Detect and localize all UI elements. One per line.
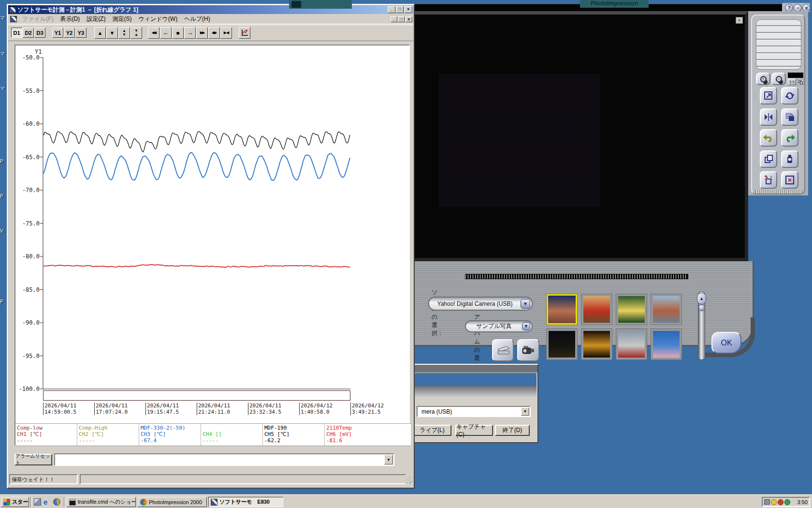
- chart-panel: Y1 -50.0 -55.0 -60.0 -65.0 -70.0 -75.0 -…: [14, 45, 410, 446]
- toolbar-y2-button[interactable]: Y2: [64, 28, 75, 38]
- camera-source-button[interactable]: [517, 339, 539, 361]
- shutter-graphic: [756, 19, 801, 70]
- child-close-button[interactable]: ×: [406, 16, 412, 22]
- y-tick-label: -60.0: [17, 120, 40, 127]
- title-bar[interactable]: ソフトサーモ計測－計測1 － [折れ線グラフ 1] _ □ ×: [8, 5, 413, 14]
- thumbnail-harbor[interactable]: [651, 294, 682, 325]
- tray-status-green-icon[interactable]: [784, 499, 790, 505]
- chevron-down-icon[interactable]: ▼: [384, 455, 393, 464]
- scrollbar-thumb[interactable]: [698, 304, 705, 311]
- taskbar-divider: [30, 497, 32, 507]
- exit-button[interactable]: 終了(D): [495, 425, 530, 436]
- quicklaunch-ie-icon[interactable]: e: [44, 498, 51, 506]
- toolbar-d1-button[interactable]: D1: [11, 28, 22, 38]
- save-button[interactable]: [781, 150, 798, 168]
- actual-size-button[interactable]: 1:1: [788, 79, 796, 85]
- chevron-down-icon[interactable]: ▼: [522, 322, 530, 330]
- y-tick-label: -90.0: [17, 319, 40, 326]
- resize-grip[interactable]: [406, 476, 412, 484]
- cascade-icon[interactable]: [797, 79, 804, 85]
- scroll-down-button[interactable]: ▼: [106, 27, 118, 39]
- minimize-button[interactable]: _: [388, 6, 395, 13]
- preview-close-button[interactable]: ×: [736, 17, 743, 24]
- thumbnail-gold-abstract[interactable]: [581, 329, 612, 360]
- toolbar-d3-button[interactable]: D3: [34, 28, 45, 38]
- redo-button[interactable]: [781, 129, 798, 147]
- delete-button[interactable]: [760, 171, 777, 189]
- zoom-in-button[interactable]: +: [756, 73, 770, 85]
- undo-button[interactable]: [760, 129, 777, 147]
- zoom-out-button[interactable]: −: [771, 73, 786, 85]
- thumbnail-night-city[interactable]: [546, 329, 578, 360]
- crop-rotate-button[interactable]: [781, 108, 798, 126]
- album-select-combo[interactable]: サンプル写真 ▼: [465, 320, 533, 332]
- scroll-up-button[interactable]: ▲: [94, 27, 106, 39]
- source-select-combo[interactable]: Yahoo! Digital Camera (USB) ▼: [428, 297, 533, 311]
- fast-rewind-button[interactable]: ◀◀: [148, 27, 160, 39]
- compress-vertical-button[interactable]: ▼▲: [130, 27, 142, 39]
- save-icon: [784, 154, 795, 164]
- menu-settings[interactable]: 設定(Z): [83, 14, 109, 24]
- task-photoimpression[interactable]: PhotoImpression 2000: [138, 497, 207, 507]
- camera-select-combo[interactable]: mera (USB) ▼: [417, 406, 531, 417]
- resize-button[interactable]: [760, 87, 777, 105]
- thumbnail-sky[interactable]: [651, 329, 682, 360]
- task-transfile[interactable]: transfile.cmd へのショート...: [67, 497, 136, 507]
- thumbnail-ship[interactable]: [616, 329, 647, 360]
- capture-button[interactable]: キャプチャ(C): [455, 425, 493, 436]
- scrollbar-up-button[interactable]: ▲: [697, 293, 706, 304]
- fast-forward-button[interactable]: ▶▶: [196, 27, 208, 39]
- menu-view[interactable]: 表示(D): [57, 14, 83, 24]
- expand-vertical-button[interactable]: ▲▼: [118, 27, 130, 39]
- thumbnail-bird[interactable]: [581, 294, 612, 325]
- arrow-left-icon: ←: [163, 29, 169, 36]
- time-range-box[interactable]: [43, 390, 350, 401]
- compress-horizontal-button[interactable]: ▶◀: [220, 27, 232, 39]
- thumbnail-desert[interactable]: [546, 294, 578, 325]
- toolbar-y1-button[interactable]: Y1: [52, 28, 63, 38]
- chevron-down-icon[interactable]: ▼: [521, 299, 530, 309]
- tray-clock[interactable]: 3:50: [791, 499, 808, 505]
- windows-logo-icon: [3, 499, 10, 506]
- menu-help[interactable]: ヘルプ(H): [181, 14, 214, 24]
- source-select-label: ソースの選択：: [432, 288, 443, 338]
- toolbar-y3-button[interactable]: Y3: [75, 28, 87, 38]
- start-button[interactable]: スタート: [1, 497, 29, 507]
- close-image-button[interactable]: [781, 171, 798, 189]
- scanner-source-button[interactable]: [492, 339, 514, 361]
- menu-measure[interactable]: 測定(S): [109, 14, 135, 24]
- close-button[interactable]: ×: [405, 6, 412, 13]
- ok-button[interactable]: OK: [711, 332, 741, 354]
- tray-status-red-icon[interactable]: [778, 499, 783, 505]
- chevron-down-icon[interactable]: ▼: [521, 407, 529, 416]
- legend-ch5: MDF-190CH5 [℃]-62.2: [263, 424, 325, 446]
- flip-horizontal-button[interactable]: [760, 108, 777, 126]
- alarm-log-combo[interactable]: ▼: [54, 453, 394, 466]
- menu-window[interactable]: ウィンドウ(W): [135, 14, 181, 24]
- tray-ime-icon[interactable]: [771, 499, 777, 505]
- maximize-button[interactable]: □: [396, 6, 404, 13]
- pi-logo-fragment-right: PhotoImpression: [580, 0, 649, 8]
- graph-axes-icon: [241, 29, 248, 37]
- quicklaunch-desktop-icon[interactable]: [34, 498, 41, 506]
- menu-file[interactable]: ファイル(F): [19, 14, 57, 24]
- alarm-reset-button[interactable]: アラームリセット: [14, 454, 52, 465]
- child-minimize-button[interactable]: _: [391, 16, 397, 22]
- tray-display-icon[interactable]: [764, 499, 770, 505]
- video-camera-icon: [521, 344, 536, 357]
- task-softthermo[interactable]: ソフトサーモ E830: [208, 497, 283, 507]
- step-forward-button[interactable]: →: [184, 27, 196, 39]
- step-back-button[interactable]: ←: [160, 27, 172, 39]
- graph-setup-button[interactable]: [239, 27, 250, 39]
- toolbar-d2-button[interactable]: D2: [23, 28, 34, 38]
- expand-horizontal-button[interactable]: ◀▶: [208, 27, 220, 39]
- copy-button[interactable]: [760, 150, 777, 168]
- y-tick-label: -100.0: [17, 386, 40, 392]
- live-button[interactable]: ライブ(L): [413, 425, 451, 436]
- child-restore-button[interactable]: □: [398, 16, 405, 22]
- rotate-button[interactable]: [781, 87, 798, 105]
- child-window-icon[interactable]: [10, 16, 17, 22]
- stop-button[interactable]: ■: [172, 27, 184, 39]
- quicklaunch-media-icon[interactable]: [53, 498, 60, 506]
- thumbnail-flowers[interactable]: [616, 294, 647, 325]
